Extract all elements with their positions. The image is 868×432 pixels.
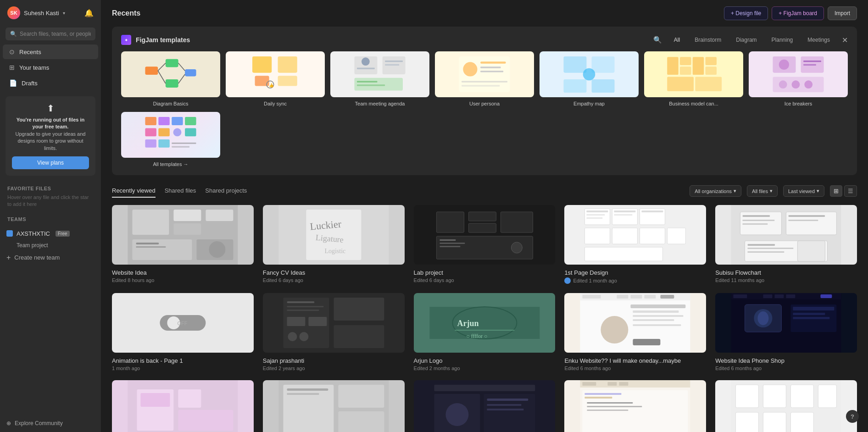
enku-thumb-icon	[564, 293, 706, 353]
sidebar-item-label: Your teams	[19, 64, 49, 71]
collaborator-dot	[564, 277, 571, 284]
1st-page-design-thumb-icon	[564, 205, 706, 265]
explore-community[interactable]: ⊕ Explore Community	[0, 415, 101, 432]
svg-point-132	[299, 332, 308, 341]
team-project-item[interactable]: Team project	[0, 240, 101, 251]
svg-rect-108	[743, 215, 770, 217]
team-item-axsthxtic[interactable]: AXSTHXTIC Free	[0, 227, 101, 240]
help-button[interactable]: ?	[846, 410, 859, 423]
website-idea-thumb-icon	[112, 205, 254, 265]
svg-rect-114	[748, 244, 775, 246]
svg-rect-60	[185, 128, 196, 137]
sidebar-item-your-teams[interactable]: ⊞ Your teams	[3, 60, 98, 75]
search-input[interactable]	[20, 31, 91, 37]
file-card-bottom2[interactable]	[263, 380, 405, 432]
template-label: Diagram Basics	[121, 101, 220, 106]
template-diagram-basics[interactable]: Diagram Basics	[121, 51, 220, 106]
team-meeting-icon	[330, 51, 429, 97]
list-view-button[interactable]: ☰	[844, 185, 857, 197]
svg-rect-142	[617, 295, 629, 299]
notification-bell-icon[interactable]: 🔔	[84, 9, 94, 17]
user-menu[interactable]: SK Suhesh Kasti ▾	[7, 6, 65, 19]
upgrade-text: You're running out of files in your free…	[12, 116, 89, 152]
template-all-templates[interactable]: All templates →	[121, 112, 220, 167]
all-organizations-filter[interactable]: All organizations ▾	[690, 185, 741, 197]
template-user-persona[interactable]: User persona	[435, 51, 534, 106]
template-empathy-map[interactable]: Empathy map	[540, 51, 639, 106]
sidebar-item-recents[interactable]: ⊙ Recents	[3, 44, 98, 59]
sidebar: SK Suhesh Kasti ▾ 🔔 🔍 ⊙ Recents ⊞ Your t…	[0, 0, 101, 432]
file-card-1st-page-design[interactable]: 1st Page Design Edited 1 month ago	[564, 205, 706, 284]
file-card-lab-project[interactable]: Lab project Edited 6 days ago	[414, 205, 556, 284]
template-business-model[interactable]: Business model can...	[644, 51, 743, 106]
svg-rect-84	[501, 212, 533, 233]
file-thumbnail	[715, 380, 857, 432]
file-card-arjun-logo[interactable]: Arjun ○ ffffor ○ Arjun Logo Edited 2 mon…	[414, 293, 556, 371]
favorite-files-desc: Hover over any file and click the star t…	[0, 193, 101, 212]
svg-rect-173	[283, 385, 334, 432]
svg-rect-117	[798, 241, 825, 261]
file-card-bottom4[interactable]	[564, 380, 706, 432]
file-meta: Edited 6 months ago	[715, 366, 857, 371]
sidebar-header: SK Suhesh Kasti ▾ 🔔	[0, 0, 101, 26]
file-thumbnail: Arjun ○ ffffor ○	[414, 293, 556, 353]
create-new-team[interactable]: + Create new team	[0, 251, 101, 265]
file-card-bottom3[interactable]	[414, 380, 556, 432]
svg-rect-36	[667, 57, 678, 75]
file-card-enku[interactable]: Enku Website?? I will make oneday...mayb…	[564, 293, 706, 371]
topbar: Recents + Design file + FigJam board Imp…	[101, 0, 868, 27]
banner-tab-diagram[interactable]: Diagram	[733, 35, 759, 44]
svg-rect-126	[287, 301, 314, 303]
svg-point-15	[362, 57, 370, 66]
file-card-website-phone-shop[interactable]: Website Idea Phone Shop Edited 6 months …	[715, 293, 857, 371]
template-team-meeting[interactable]: Team meeting agenda	[330, 51, 429, 106]
file-card-animation[interactable]: OFF Animation is back - Page 1 1 month a…	[112, 293, 254, 371]
template-ice-breakers[interactable]: Ice breakers	[749, 51, 848, 106]
file-name: Subisu Flowchart	[715, 269, 857, 276]
svg-rect-198	[736, 385, 759, 408]
banner-tab-brainstorm[interactable]: Brainstorm	[692, 35, 724, 44]
file-card-bottom1[interactable]	[112, 380, 254, 432]
svg-rect-130	[308, 317, 327, 326]
svg-rect-20	[354, 78, 403, 91]
close-banner-icon[interactable]: ✕	[842, 36, 848, 44]
svg-rect-171	[178, 410, 233, 431]
file-card-subisu-flowchart[interactable]: Subisu Flowchart Edited 11 months ago	[715, 205, 857, 284]
svg-rect-93	[587, 214, 605, 216]
svg-rect-38	[680, 66, 691, 75]
banner-tab-planning[interactable]: Planning	[769, 35, 796, 44]
file-meta: Edited 2 years ago	[263, 366, 405, 371]
file-card-website-idea[interactable]: Website Idea Edited 8 hours ago	[112, 205, 254, 284]
plus-icon: +	[6, 254, 11, 262]
grid-view-button[interactable]: ⊞	[830, 185, 842, 197]
files-section: Recently viewed Shared files Shared proj…	[101, 184, 868, 432]
all-files-filter[interactable]: All files ▾	[747, 185, 778, 197]
svg-rect-193	[585, 397, 612, 399]
banner-search-icon[interactable]: 🔍	[653, 36, 662, 44]
design-file-button[interactable]: + Design file	[724, 6, 768, 20]
file-name: Lab project	[414, 269, 556, 276]
svg-rect-164	[793, 307, 835, 310]
svg-rect-97	[614, 214, 633, 216]
banner-tab-all[interactable]: All	[671, 35, 683, 44]
tab-shared-files[interactable]: Shared files	[165, 184, 196, 198]
template-daily-sync[interactable]: 👍 Daily sync	[226, 51, 325, 106]
svg-rect-57	[145, 128, 156, 137]
svg-rect-29	[462, 85, 500, 86]
tab-shared-projects[interactable]: Shared projects	[205, 184, 247, 198]
file-card-sajan[interactable]: Sajan prashanti Edited 2 years ago	[263, 293, 405, 371]
svg-rect-125	[334, 325, 384, 348]
view-plans-button[interactable]: View plans	[12, 156, 89, 169]
figjam-board-button[interactable]: + FigJam board	[772, 6, 824, 20]
svg-rect-128	[287, 310, 319, 311]
tab-recently-viewed[interactable]: Recently viewed	[112, 184, 156, 198]
last-viewed-sort[interactable]: Last viewed ▾	[783, 185, 824, 197]
banner-tab-meetings[interactable]: Meetings	[805, 35, 833, 44]
import-button[interactable]: Import	[828, 6, 857, 20]
svg-rect-3	[185, 69, 196, 77]
sidebar-item-drafts[interactable]: 📄 Drafts	[3, 76, 98, 90]
file-card-fancy-cv[interactable]: Luckier Ligature Logistic Fancy CV Ideas…	[263, 205, 405, 284]
bottom5-thumb-icon	[715, 380, 857, 432]
search-bar[interactable]: 🔍	[6, 28, 95, 40]
file-card-bottom5[interactable]	[715, 380, 857, 432]
